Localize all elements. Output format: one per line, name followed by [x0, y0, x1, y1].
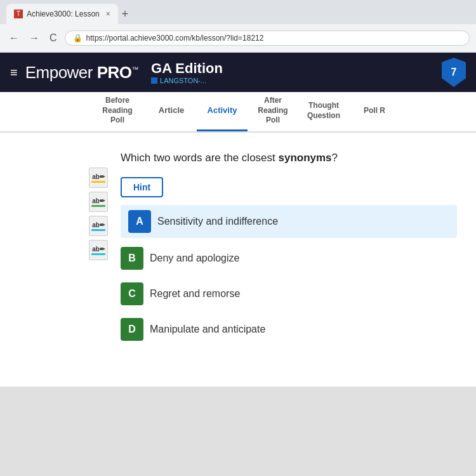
main-content: ab✏ ab✏ ab✏ ab✏ Which two words are the … — [0, 133, 476, 387]
tool-4[interactable]: ab✏ — [89, 240, 108, 260]
tool-icon-3: ab✏ — [89, 216, 108, 236]
answer-choice-a[interactable]: A Sensitivity and indifference — [121, 205, 457, 238]
tool-icon-2: ab✏ — [89, 192, 108, 212]
logo-pro: PRO — [97, 63, 132, 82]
forward-button[interactable]: → — [27, 31, 42, 45]
langston-text: LANGSTON-... — [160, 77, 206, 84]
tab-activity[interactable]: Activity — [197, 92, 248, 131]
question-mark: ? — [332, 152, 338, 164]
refresh-button[interactable]: C — [47, 31, 60, 45]
tab-poll-r[interactable]: Poll R — [349, 92, 400, 131]
hint-button[interactable]: Hint — [121, 177, 163, 197]
tab-navigation: BeforeReadingPoll Article Activity After… — [0, 92, 476, 133]
browser-chrome: T Achieve3000: Lesson × + ← → C 🔒 https:… — [0, 0, 476, 53]
logo-tm: ™ — [132, 65, 139, 73]
question-text: Which two words are the closest synonyms… — [121, 152, 457, 164]
side-tools: ab✏ ab✏ ab✏ ab✏ — [89, 168, 108, 260]
new-tab-button[interactable]: + — [122, 8, 129, 21]
choice-letter-a: A — [128, 210, 151, 233]
langston-label: LANGSTON-... — [151, 77, 223, 84]
shield-number: 7 — [451, 67, 457, 78]
logo: Empower PRO™ — [25, 63, 138, 83]
tool-icon-4: ab✏ — [89, 240, 108, 260]
answer-choice-b[interactable]: B Deny and apologize — [121, 243, 457, 274]
choice-letter-d: D — [121, 318, 143, 341]
question-bold: synonyms — [278, 152, 331, 164]
choice-text-b: Deny and apologize — [150, 253, 239, 264]
tool-icon-1: ab✏ — [89, 168, 108, 188]
hamburger-menu[interactable]: ≡ — [10, 65, 18, 80]
address-bar: ← → C 🔒 https://portal.achieve3000.com/k… — [0, 24, 476, 52]
tab-before-poll[interactable]: BeforeReadingPoll — [89, 92, 146, 131]
url-text: https://portal.achieve3000.com/kb/lesson… — [86, 34, 264, 43]
tab-article[interactable]: Article — [146, 92, 197, 131]
choice-letter-b: B — [121, 247, 143, 270]
tool-2[interactable]: ab✏ — [89, 192, 108, 212]
tab-bar: T Achieve3000: Lesson × + — [0, 0, 476, 24]
tab-title: Achieve3000: Lesson — [27, 10, 100, 18]
answer-choice-c[interactable]: C Regret and remorse — [121, 279, 457, 309]
ga-text: GA Edition — [151, 60, 223, 77]
tool-3[interactable]: ab✏ — [89, 216, 108, 236]
shield-badge: 7 — [442, 58, 466, 87]
url-box[interactable]: 🔒 https://portal.achieve3000.com/kb/less… — [65, 30, 470, 46]
choice-text-d: Manipulate and anticipate — [150, 324, 265, 335]
browser-tab[interactable]: T Achieve3000: Lesson × — [6, 4, 118, 24]
choice-text-c: Regret and remorse — [150, 288, 240, 300]
choice-text-a: Sensitivity and indifference — [157, 216, 278, 227]
tab-favicon: T — [14, 10, 23, 18]
tool-1[interactable]: ab✏ — [89, 168, 108, 188]
ga-edition: GA Edition LANGSTON-... — [151, 60, 223, 84]
app-header: ≡ Empower PRO™ GA Edition LANGSTON-... 7 — [0, 53, 476, 92]
langston-square — [151, 77, 157, 84]
question-prefix: Which two words are the closest — [121, 152, 278, 164]
tab-close-button[interactable]: × — [106, 10, 110, 18]
back-button[interactable]: ← — [6, 31, 22, 45]
tab-thought-question[interactable]: ThoughtQuestion — [298, 92, 349, 131]
lock-icon: 🔒 — [73, 34, 83, 43]
logo-empower: Empower — [25, 63, 97, 82]
choice-letter-c: C — [121, 282, 143, 305]
tab-after-poll[interactable]: AfterReadingPoll — [248, 92, 298, 131]
answer-choice-d[interactable]: D Manipulate and anticipate — [121, 314, 457, 345]
